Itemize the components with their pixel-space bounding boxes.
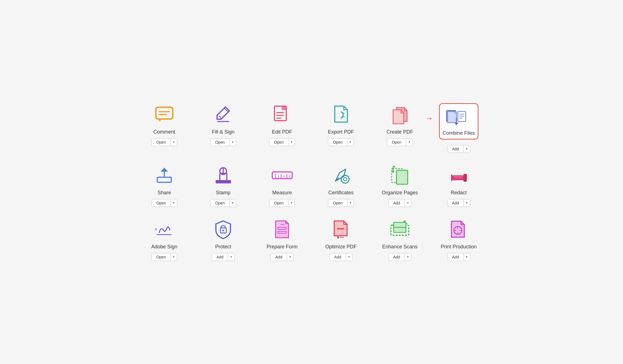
combine-files-arrow-btn[interactable]: ▾ <box>464 145 470 153</box>
print-production-add-btn[interactable]: Add <box>447 253 464 261</box>
organize-pages-arrow-btn[interactable]: ▾ <box>405 199 411 207</box>
optimize-pdf-btn-group[interactable]: Add ▾ <box>329 253 352 261</box>
optimize-pdf-label: Optimize PDF <box>325 244 357 250</box>
optimize-pdf-arrow-btn[interactable]: ▾ <box>346 253 352 261</box>
svg-point-54 <box>337 236 339 238</box>
redact-add-btn[interactable]: Add <box>447 199 464 207</box>
enhance-scans-icon: ✦ ✦ ✦ <box>386 218 414 241</box>
share-arrow-btn[interactable]: ▾ <box>171 199 177 207</box>
tool-certificates: Certificates Open ▾ <box>314 164 368 207</box>
edit-pdf-icon <box>268 103 296 126</box>
redact-btn-group[interactable]: Add ▾ <box>447 199 470 207</box>
tool-prepare-form: Prepare Form Add ▾ <box>255 218 309 261</box>
tool-edit-pdf: Edit PDF Open ▾ <box>255 103 309 153</box>
organize-pages-icon <box>386 164 414 186</box>
measure-arrow-btn[interactable]: ▾ <box>289 199 295 207</box>
svg-marker-15 <box>454 123 458 125</box>
share-open-btn[interactable]: Open <box>152 199 170 207</box>
redact-icon <box>445 164 473 186</box>
prepare-form-label: Prepare Form <box>266 244 297 250</box>
measure-btn-group[interactable]: Open ▾ <box>269 199 295 207</box>
svg-rect-20 <box>157 177 171 182</box>
export-pdf-open-btn[interactable]: Open <box>328 139 347 146</box>
certificates-open-btn[interactable]: Open <box>328 199 347 207</box>
export-pdf-arrow-btn[interactable]: ▾ <box>347 139 354 146</box>
protect-arrow-btn[interactable]: ▾ <box>228 253 234 261</box>
protect-icon <box>209 218 237 241</box>
combine-files-icon <box>442 108 470 130</box>
tool-optimize-pdf: Optimize PDF Add ▾ <box>314 218 368 261</box>
svg-rect-42 <box>452 175 465 180</box>
enhance-scans-btn-group[interactable]: Add ▾ <box>388 253 411 261</box>
protect-btn-group[interactable]: Add ▾ <box>212 253 235 261</box>
stamp-icon <box>209 164 237 186</box>
comment-arrow-btn[interactable]: ▾ <box>171 139 177 146</box>
protect-add-btn[interactable]: Add <box>212 253 228 261</box>
tool-adobe-sign: × Adobe Sign Open ▾ <box>138 218 191 261</box>
create-pdf-open-btn[interactable]: Open <box>387 139 406 146</box>
comment-open-btn[interactable]: Open <box>152 139 170 146</box>
tool-stamp: Stamp Open ▾ <box>197 164 250 207</box>
export-pdf-icon <box>327 103 355 126</box>
share-icon <box>150 164 178 186</box>
svg-marker-43 <box>451 174 452 182</box>
tool-create-pdf: Create PDF Open ▾ <box>373 103 426 153</box>
certificates-btn-group[interactable]: Open ▾ <box>328 199 354 207</box>
tool-share: Share Open ▾ <box>138 164 191 207</box>
optimize-pdf-add-btn[interactable]: Add <box>330 253 346 261</box>
svg-rect-0 <box>156 107 173 119</box>
create-pdf-label: Create PDF <box>386 129 413 135</box>
organize-pages-add-btn[interactable]: Add <box>389 199 405 207</box>
fill-sign-open-btn[interactable]: Open <box>211 139 229 146</box>
svg-rect-6 <box>281 106 286 110</box>
stamp-btn-group[interactable]: Open ▾ <box>210 199 236 207</box>
adobe-sign-btn-group[interactable]: Open ▾ <box>151 253 177 261</box>
svg-marker-22 <box>161 168 168 172</box>
tool-organize-pages: Organize Pages Add ▾ <box>373 164 426 207</box>
share-btn-group[interactable]: Open ▾ <box>151 199 177 207</box>
edit-pdf-label: Edit PDF <box>272 129 292 135</box>
edit-pdf-open-btn[interactable]: Open <box>269 139 288 146</box>
prepare-form-add-btn[interactable]: Add <box>271 253 287 261</box>
print-production-btn-group[interactable]: Add ▾ <box>447 253 470 261</box>
certificates-arrow-btn[interactable]: ▾ <box>347 199 354 207</box>
comment-label: Comment <box>153 129 175 135</box>
tool-measure: Measure Open ▾ <box>255 164 309 207</box>
stamp-open-btn[interactable]: Open <box>211 199 229 207</box>
measure-open-btn[interactable]: Open <box>269 199 288 207</box>
edit-pdf-btn-group[interactable]: Open ▾ <box>269 138 295 146</box>
adobe-sign-open-btn[interactable]: Open <box>152 253 170 261</box>
combine-files-add-btn[interactable]: Add <box>447 145 464 153</box>
svg-point-49 <box>222 230 224 231</box>
create-pdf-icon <box>386 103 414 126</box>
svg-text:×: × <box>154 226 158 233</box>
combine-files-btn-group[interactable]: Add ▾ <box>447 145 470 153</box>
fill-sign-icon <box>209 103 237 126</box>
create-pdf-arrow-btn[interactable]: ▾ <box>406 139 412 146</box>
adobe-sign-arrow-btn[interactable]: ▾ <box>171 253 177 261</box>
redact-arrow-btn[interactable]: ▾ <box>464 199 470 207</box>
prepare-form-btn-group[interactable]: Add ▾ <box>271 253 294 261</box>
combine-files-label: Combine Files <box>442 130 475 136</box>
edit-pdf-arrow-btn[interactable]: ▾ <box>289 139 295 146</box>
enhance-scans-add-btn[interactable]: Add <box>389 253 405 261</box>
combine-files-card: → Combine Files <box>439 103 478 139</box>
export-pdf-btn-group[interactable]: Open ▾ <box>328 138 354 146</box>
prepare-form-arrow-btn[interactable]: ▾ <box>287 253 293 261</box>
enhance-scans-arrow-btn[interactable]: ▾ <box>405 253 411 261</box>
fill-sign-btn-group[interactable]: Open ▾ <box>210 138 236 146</box>
svg-rect-44 <box>463 174 467 182</box>
fill-sign-arrow-btn[interactable]: ▾ <box>230 139 236 146</box>
stamp-arrow-btn[interactable]: ▾ <box>230 199 236 207</box>
svg-marker-3 <box>158 119 161 122</box>
print-production-label: Print Production <box>441 244 477 250</box>
adobe-sign-label: Adobe Sign <box>151 244 177 250</box>
comment-btn-group[interactable]: Open ▾ <box>151 138 177 146</box>
fill-sign-label: Fill & Sign <box>212 129 234 135</box>
tool-redact: Redact Add ▾ <box>432 164 485 207</box>
comment-icon <box>150 103 178 126</box>
print-production-arrow-btn[interactable]: ▾ <box>464 253 470 261</box>
svg-point-36 <box>341 175 349 183</box>
organize-pages-btn-group[interactable]: Add ▾ <box>388 199 411 207</box>
create-pdf-btn-group[interactable]: Open ▾ <box>387 138 412 146</box>
